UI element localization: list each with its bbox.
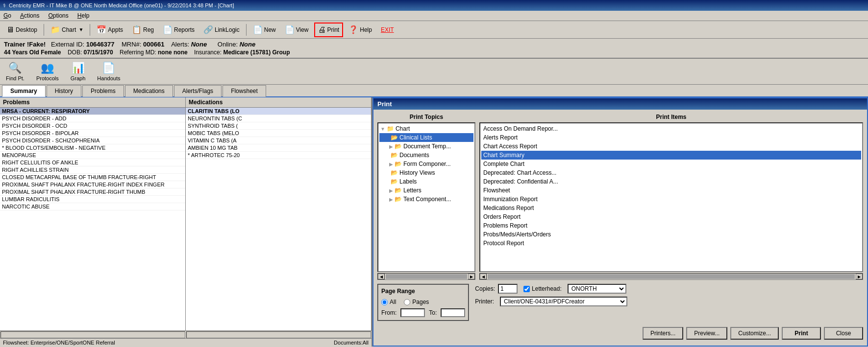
printer-dropdown[interactable]: Client/ONE-0431#/PDFCreator bbox=[500, 297, 627, 306]
chart-button[interactable]: 📁 Chart ▼ bbox=[47, 23, 87, 37]
problem-list-item[interactable]: NARCOTIC ABUSE bbox=[0, 203, 185, 210]
problem-list-item[interactable]: PSYCH DISORDER - ADD bbox=[0, 115, 185, 122]
menu-actions[interactable]: Actions bbox=[19, 12, 41, 20]
problem-list-item[interactable]: CLOSED METACARPAL BASE OF THUMB FRACTURE… bbox=[0, 174, 185, 181]
customize-button[interactable]: Customize... bbox=[730, 327, 779, 340]
problem-list-item[interactable]: RIGHT ACHILLIES STRAIN bbox=[0, 166, 185, 174]
print-item[interactable]: Deprecated: Confidential A... bbox=[481, 177, 861, 186]
tab-alerts-flags[interactable]: Alerts/Flags bbox=[174, 85, 222, 97]
problem-list-item[interactable]: PSYCH DISORDER - BIPOLAR bbox=[0, 130, 185, 137]
printers-button[interactable]: Printers... bbox=[643, 327, 683, 340]
radio-all[interactable]: All bbox=[381, 299, 396, 305]
online-label: Online: bbox=[218, 41, 238, 48]
new-button[interactable]: 📄 New bbox=[249, 23, 279, 37]
tab-medications[interactable]: Medications bbox=[125, 85, 173, 97]
tree-item[interactable]: ▼ 📁 Chart bbox=[379, 124, 473, 133]
medication-list-item[interactable]: SYNTHROID TABS ( bbox=[186, 122, 371, 130]
print-item[interactable]: Orders Report bbox=[481, 212, 861, 221]
print-item[interactable]: Probs/Meds/Alerts/Orders bbox=[481, 230, 861, 239]
tab-flowsheet[interactable]: Flowsheet bbox=[223, 85, 266, 97]
graph-button[interactable]: 📊 Graph bbox=[69, 61, 88, 82]
tree-item[interactable]: 📂 History Views bbox=[379, 168, 473, 177]
medication-list-item[interactable]: * ARTHROTEC 75-20 bbox=[186, 152, 371, 159]
radio-all-input[interactable] bbox=[381, 299, 388, 305]
print-item[interactable]: Complete Chart bbox=[481, 160, 861, 168]
problem-list-item[interactable]: MENOPAUSE bbox=[0, 152, 185, 159]
to-input[interactable] bbox=[441, 308, 465, 317]
preview-button[interactable]: Preview... bbox=[686, 327, 727, 340]
print-item[interactable]: Access On Demand Repor... bbox=[481, 124, 861, 133]
radio-pages-input[interactable] bbox=[404, 299, 410, 305]
tree-container[interactable]: ▼ 📁 Chart📂 Clinical Lists▶ 📂 Document Te… bbox=[377, 122, 475, 272]
print-item[interactable]: Chart Access Report bbox=[481, 142, 861, 151]
tree-h-scrollbar[interactable]: ◀ ▶ bbox=[377, 273, 475, 280]
problem-list-item[interactable]: LUMBAR RADICULITIS bbox=[0, 196, 185, 203]
medication-list-item[interactable]: NEURONTIN TABS (C bbox=[186, 115, 371, 122]
close-button[interactable]: Close bbox=[824, 327, 863, 340]
linklogic-button[interactable]: 🔗 LinkLogic bbox=[200, 23, 243, 37]
print-action-button[interactable]: Print bbox=[782, 327, 821, 340]
print-item[interactable]: Immunization Report bbox=[481, 195, 861, 204]
tree-item[interactable]: ▶ 📂 Form Componer... bbox=[379, 160, 473, 168]
print-button[interactable]: 🖨 Print bbox=[314, 23, 344, 37]
h-scrollbar-medications[interactable] bbox=[186, 331, 371, 338]
help-button[interactable]: ❓ Help bbox=[345, 23, 375, 37]
letterhead-checkbox[interactable] bbox=[523, 286, 530, 292]
items-scroll-right[interactable]: ▶ bbox=[856, 274, 863, 279]
tree-item[interactable]: ▶ 📂 Document Temp... bbox=[379, 142, 473, 151]
reports-button[interactable]: 📄 Reports bbox=[159, 23, 198, 37]
problem-list-item[interactable]: MRSA - CURRENT: RESPIRATORY bbox=[0, 108, 185, 115]
print-item[interactable]: Protocol Report bbox=[481, 239, 861, 248]
find-pt-button[interactable]: 🔍 Find Pt. bbox=[4, 61, 26, 82]
problem-list-item[interactable]: PROXIMAL SHAFT PHALANX FRACTURE-RIGHT IN… bbox=[0, 181, 185, 188]
external-id-label: External ID: bbox=[51, 41, 84, 48]
tree-scroll-left[interactable]: ◀ bbox=[378, 274, 385, 279]
print-item[interactable]: Medications Report bbox=[481, 204, 861, 212]
menu-options[interactable]: Options bbox=[47, 12, 70, 20]
medication-list-item[interactable]: CLARITIN TABS (LO bbox=[186, 108, 371, 115]
problem-list-item[interactable]: PROXIMAL SHAFT PHALANX FRACTURE-RIGHT TH… bbox=[0, 188, 185, 196]
chart-dropdown-arrow[interactable]: ▼ bbox=[78, 27, 83, 32]
items-h-scrollbar[interactable]: ◀ ▶ bbox=[479, 273, 863, 280]
print-item[interactable]: Problems Report bbox=[481, 221, 861, 230]
tab-problems[interactable]: Problems bbox=[82, 85, 124, 97]
appts-button[interactable]: 📅 Appts bbox=[93, 23, 126, 37]
copies-input[interactable] bbox=[498, 284, 518, 294]
handouts-button[interactable]: 📄 Handouts bbox=[95, 61, 122, 82]
exit-button[interactable]: EXIT bbox=[377, 23, 397, 37]
desktop-button[interactable]: 🖥 Desktop bbox=[3, 23, 41, 37]
print-item[interactable]: Alerts Report bbox=[481, 133, 861, 142]
h-scrollbar-problems[interactable] bbox=[0, 331, 185, 338]
print-item[interactable]: Chart Summary bbox=[481, 151, 861, 160]
tree-item[interactable]: ▶ 📂 Text Component... bbox=[379, 195, 473, 204]
view-button[interactable]: 📄 View bbox=[281, 23, 312, 37]
letterhead-label: Letterhead: bbox=[532, 285, 562, 292]
tree-item[interactable]: 📂 Labels bbox=[379, 177, 473, 186]
medication-list-item[interactable]: MOBIC TABS (MELO bbox=[186, 130, 371, 137]
print-item[interactable]: Deprecated: Chart Access... bbox=[481, 168, 861, 177]
medication-list-item[interactable]: VITAMIN C TABS (A bbox=[186, 137, 371, 144]
problem-list-item[interactable]: * BLOOD CLOTS/EMBOLISM - NEGATIVE bbox=[0, 144, 185, 152]
menu-go[interactable]: Go bbox=[2, 12, 13, 20]
problem-list-item[interactable]: PSYCH DISORDER - OCD bbox=[0, 122, 185, 130]
items-container[interactable]: Access On Demand Repor...Alerts ReportCh… bbox=[479, 122, 863, 272]
tab-summary[interactable]: Summary bbox=[2, 85, 46, 97]
tree-item[interactable]: ▶ 📂 Letters bbox=[379, 186, 473, 195]
menu-help[interactable]: Help bbox=[76, 12, 91, 20]
problem-list-item[interactable]: PSYCH DISORDER - SCHIZOPHRENIA bbox=[0, 137, 185, 144]
print-item[interactable]: Flowsheet bbox=[481, 186, 861, 195]
items-scroll-left[interactable]: ◀ bbox=[480, 274, 487, 279]
tree-item[interactable]: 📂 Documents bbox=[379, 151, 473, 160]
reg-button[interactable]: 📋 Reg bbox=[128, 23, 157, 37]
radio-pages[interactable]: Pages bbox=[404, 299, 429, 305]
from-input[interactable] bbox=[400, 308, 425, 317]
protocols-button[interactable]: 👥 Protocols bbox=[34, 61, 61, 82]
tree-item[interactable]: 📂 Clinical Lists bbox=[379, 133, 473, 142]
panel-columns: Problems MRSA - CURRENT: RESPIRATORYPSYC… bbox=[0, 97, 372, 330]
problem-list-item[interactable]: RIGHT CELLULITIS OF ANKLE bbox=[0, 159, 185, 166]
tree-scroll-right[interactable]: ▶ bbox=[468, 274, 475, 279]
medication-list-item[interactable]: AMBIEN 10 MG TAB bbox=[186, 144, 371, 152]
tab-history[interactable]: History bbox=[47, 85, 81, 97]
letterhead-dropdown[interactable]: ONORTH bbox=[568, 284, 626, 294]
medications-header: Medications bbox=[186, 97, 371, 108]
